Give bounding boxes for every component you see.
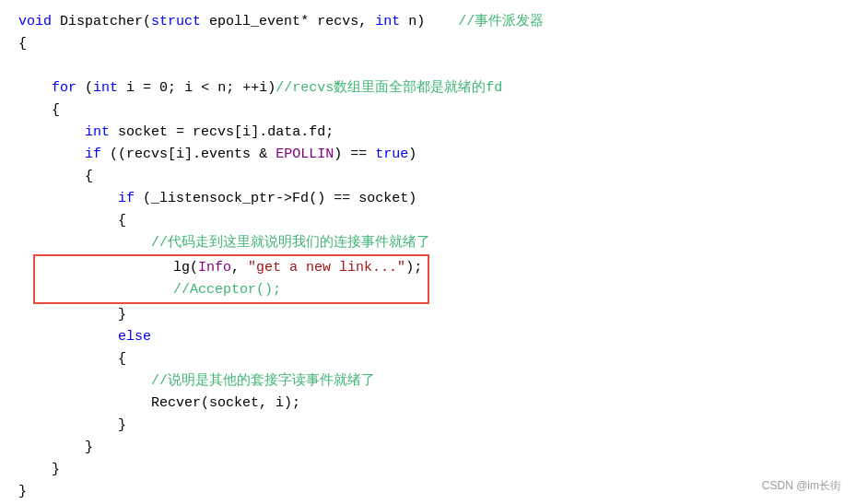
type-epoll: epoll_event xyxy=(209,11,300,33)
recvs-events: recvs xyxy=(126,144,168,166)
code-line-21: } xyxy=(18,459,838,481)
code-line-14: } xyxy=(18,304,838,326)
var-socket3: socket xyxy=(209,393,259,415)
keyword-if-2: if xyxy=(118,188,135,210)
func-lg: lg xyxy=(173,257,190,279)
param-recvs: recvs xyxy=(317,11,358,33)
code-line-10: { xyxy=(18,210,838,232)
code-line-12: lg ( Info , "get a new link..." ); xyxy=(41,257,422,279)
keyword-if-1: if xyxy=(85,144,101,166)
code-line-19: } xyxy=(18,415,838,437)
code-line-3 xyxy=(18,55,838,77)
code-line-11: //代码走到这里就说明我们的连接事件就绪了 xyxy=(18,232,838,254)
comment-other-socket: //说明是其他的套接字读事件就绪了 xyxy=(151,370,375,393)
var-i6: i xyxy=(276,393,284,415)
macro-epollin: EPOLLIN xyxy=(276,144,334,166)
code-line-18: Recver ( socket , i ); xyxy=(18,393,838,415)
keyword-for: for xyxy=(52,77,76,100)
var-i4: i xyxy=(242,122,251,144)
var-i2: i xyxy=(184,77,193,100)
code-line-15: else xyxy=(18,326,838,348)
code-line-20: } xyxy=(18,437,838,459)
comment-dispatcher: //事件派发器 xyxy=(458,11,544,33)
keyword-int-3: int xyxy=(85,122,110,144)
code-line-6: int socket = recvs [ i ]. data . fd ; xyxy=(18,122,838,144)
code-line-5: { xyxy=(18,100,838,122)
keyword-else: else xyxy=(118,326,151,348)
func-dispatcher: Dispatcher xyxy=(60,11,143,33)
keyword-void: void xyxy=(18,11,52,33)
watermark: CSDN @im长街 xyxy=(762,477,841,495)
var-i: i xyxy=(126,77,135,100)
comment-connection: //代码走到这里就说明我们的连接事件就绪了 xyxy=(151,232,430,254)
code-line-22: } xyxy=(18,481,838,503)
keyword-true: true xyxy=(375,144,408,166)
code-line-16: { xyxy=(18,348,838,370)
code-line-13: //Acceptor(); xyxy=(41,279,422,301)
code-line-8: { xyxy=(18,166,838,188)
fd: fd xyxy=(309,122,325,144)
code-container: void Dispatcher ( struct epoll_event * r… xyxy=(0,0,856,504)
comment-acceptor: //Acceptor(); xyxy=(173,279,281,301)
code-line-4: for ( int i = 0; i < n ; ++ i ) //recvs数… xyxy=(18,77,838,100)
code-line-2: { xyxy=(18,33,838,55)
func-recver: Recver xyxy=(151,393,201,415)
listensock-ptr: _listensock_ptr xyxy=(151,188,276,210)
var-socket: socket xyxy=(118,122,168,144)
code-line-17: //说明是其他的套接字读事件就绪了 xyxy=(18,370,838,393)
recvs-data: recvs xyxy=(193,122,234,144)
param-n: n xyxy=(408,11,416,33)
highlight-box: lg ( Info , "get a new link..." ); //Acc… xyxy=(33,254,429,304)
var-socket2: socket xyxy=(358,188,408,210)
keyword-int-2: int xyxy=(93,77,118,100)
method-fd: Fd xyxy=(292,188,309,210)
string-newlink: "get a new link..." xyxy=(248,257,405,279)
code-line-1: void Dispatcher ( struct epoll_event * r… xyxy=(18,11,838,33)
comment-for: //recvs数组里面全部都是就绪的fd xyxy=(276,77,502,100)
var-i5: i xyxy=(176,144,184,166)
code-line-9: if ( _listensock_ptr -> Fd () == socket … xyxy=(18,188,838,210)
events: events xyxy=(201,144,251,166)
keyword-int-1: int xyxy=(375,11,400,33)
data-fd: data xyxy=(267,122,300,144)
macro-info: Info xyxy=(198,257,231,279)
var-n: n xyxy=(217,77,226,100)
var-i3: i xyxy=(259,77,267,100)
keyword-struct: struct xyxy=(151,11,201,33)
code-line-7: if (( recvs [ i ]. events & EPOLLIN ) ==… xyxy=(18,144,838,166)
